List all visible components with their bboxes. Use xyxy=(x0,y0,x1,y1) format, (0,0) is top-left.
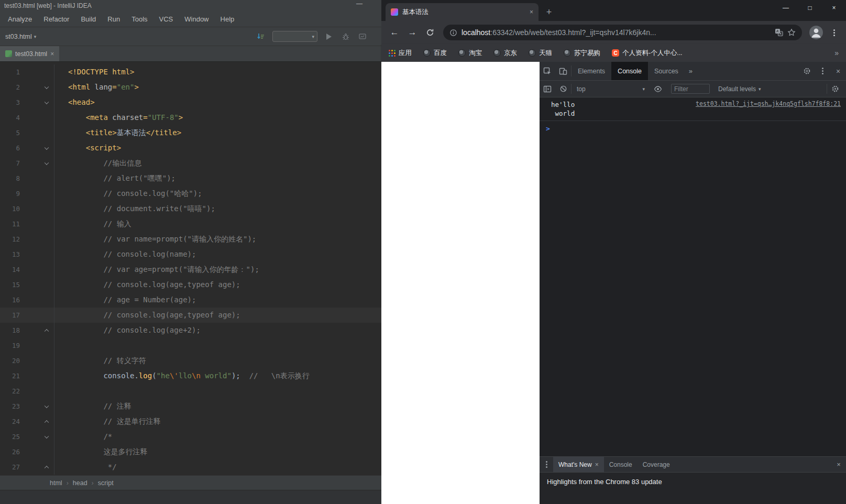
bookmark-个人资料-个人中心[interactable]: C个人资料-个人中心... xyxy=(612,49,683,58)
filter-input[interactable] xyxy=(671,84,710,94)
code-line[interactable]: 13 // console.log(name); xyxy=(0,247,381,262)
close-icon[interactable]: × xyxy=(822,0,846,16)
menu-build[interactable]: Build xyxy=(75,12,102,27)
code-line[interactable]: 20 // 转义字符 xyxy=(0,353,381,368)
inspect-element-icon[interactable] xyxy=(540,62,555,80)
close-icon[interactable]: × xyxy=(831,461,846,468)
console-source-link[interactable]: test03.html?_ijt=qsh…jk4nq5gflsh7f8f8:21 xyxy=(696,100,841,107)
close-icon[interactable]: × xyxy=(530,8,533,16)
run-button[interactable] xyxy=(323,30,335,43)
bookmark-应用[interactable]: 应用 xyxy=(389,49,412,58)
code-line[interactable]: 26 这是多行注释 xyxy=(0,444,381,459)
code-line[interactable]: 5 <title>基本语法</title> xyxy=(0,125,381,140)
code-line[interactable]: 3<head> xyxy=(0,95,381,110)
fold-open-icon[interactable] xyxy=(45,403,49,408)
bookmark-百度[interactable]: 百度 xyxy=(423,49,447,58)
code-line[interactable]: 17 // console.log(age,typeof age); xyxy=(0,308,381,323)
new-tab-button[interactable]: + xyxy=(542,5,556,19)
code-line[interactable]: 8 // alert("嘿嘿"); xyxy=(0,171,381,186)
reload-icon[interactable] xyxy=(422,25,438,40)
code-line[interactable]: 24 // 这是单行注释 xyxy=(0,414,381,429)
eye-icon[interactable] xyxy=(650,81,666,97)
editor-code[interactable]: 1<!DOCTYPE html>2<html lang="en">3<head>… xyxy=(0,62,381,475)
page-viewport[interactable] xyxy=(381,62,540,504)
address-bar[interactable]: localhost:63342/web/web/test03.html?_ijt… xyxy=(443,25,802,40)
close-icon[interactable]: × xyxy=(50,50,54,58)
code-line[interactable]: 6 <script> xyxy=(0,140,381,156)
menu-tools[interactable]: Tools xyxy=(126,12,153,27)
code-line[interactable]: 7 //输出信息 xyxy=(0,156,381,171)
menu-vcs[interactable]: VCS xyxy=(153,12,179,27)
device-toolbar-icon[interactable] xyxy=(555,62,571,80)
code-line[interactable]: 12 // var name=prompt("请输入你的姓名"); xyxy=(0,232,381,247)
fold-close-icon[interactable] xyxy=(45,328,49,333)
browser-tab[interactable]: 基本语法 × xyxy=(386,3,539,21)
drawer-tab-what-s-new[interactable]: What's New× xyxy=(553,457,604,472)
code-line[interactable]: 19 xyxy=(0,338,381,353)
more-tabs-icon[interactable]: » xyxy=(685,67,697,75)
minimize-icon[interactable]: — xyxy=(356,0,362,7)
drawer-menu-icon[interactable] xyxy=(540,464,553,465)
code-line[interactable]: 9 // console.log("哈哈"); xyxy=(0,186,381,201)
code-line[interactable]: 21 console.log("he\'llo\n world"); // \n… xyxy=(0,368,381,384)
console-prompt[interactable]: > xyxy=(540,121,846,133)
bookmark-天猫[interactable]: 天猫 xyxy=(529,49,552,58)
code-line[interactable]: 2<html lang="en"> xyxy=(0,80,381,95)
menu-analyze[interactable]: Analyze xyxy=(2,12,38,27)
profile-avatar[interactable] xyxy=(809,26,823,39)
back-icon[interactable]: ← xyxy=(387,25,402,40)
code-line[interactable]: 16 // age = Number(age); xyxy=(0,292,381,308)
context-select[interactable]: top ▾ xyxy=(572,85,650,93)
code-line[interactable]: 10 // document.write("嘻嘻"); xyxy=(0,201,381,216)
bookmarks-overflow-icon[interactable]: » xyxy=(834,49,839,57)
code-line[interactable]: 18 // console.log(age+2); xyxy=(0,323,381,338)
close-icon[interactable]: × xyxy=(830,62,846,80)
menu-help[interactable]: Help xyxy=(215,12,240,27)
code-line[interactable]: 27 */ xyxy=(0,459,381,475)
maximize-icon[interactable]: □ xyxy=(798,0,822,16)
debug-bug-icon[interactable] xyxy=(339,30,352,43)
bookmark-star-icon[interactable] xyxy=(787,28,796,37)
fold-close-icon[interactable] xyxy=(45,465,49,469)
devtools-tab-elements[interactable]: Elements xyxy=(572,62,611,80)
breadcrumb-head[interactable]: head xyxy=(73,479,87,487)
clear-console-icon[interactable] xyxy=(555,81,571,97)
editor-tab-test03[interactable]: test03.html × xyxy=(0,46,59,61)
forward-icon[interactable]: → xyxy=(404,25,420,40)
sort-columns-icon[interactable] xyxy=(255,30,267,43)
code-line[interactable]: 25 /* xyxy=(0,429,381,444)
info-icon[interactable] xyxy=(449,29,457,37)
code-line[interactable]: 23 // 注释 xyxy=(0,399,381,414)
breadcrumb-html[interactable]: html xyxy=(50,479,62,487)
minimize-icon[interactable]: — xyxy=(774,0,798,16)
fold-open-icon[interactable] xyxy=(45,434,49,438)
code-line[interactable]: 4 <meta charset="UTF-8"> xyxy=(0,110,381,125)
bookmark-京东[interactable]: 京东 xyxy=(493,49,517,58)
fold-close-icon[interactable] xyxy=(45,420,49,424)
devtools-tab-sources[interactable]: Sources xyxy=(648,62,685,80)
fold-open-icon[interactable] xyxy=(45,160,49,165)
bookmark-淘宝[interactable]: 淘宝 xyxy=(458,49,482,58)
menu-window[interactable]: Window xyxy=(179,12,214,27)
drawer-tab-coverage[interactable]: Coverage xyxy=(638,457,675,472)
file-breadcrumb[interactable]: st03.html ▾ xyxy=(2,33,39,40)
console-settings-gear-icon[interactable] xyxy=(827,81,843,97)
bookmark-苏宁易购[interactable]: 苏宁易购 xyxy=(564,49,600,58)
drawer-tab-console[interactable]: Console xyxy=(604,457,638,472)
fold-open-icon[interactable] xyxy=(45,100,49,104)
code-line[interactable]: 1<!DOCTYPE html> xyxy=(0,64,381,80)
devtools-menu-icon[interactable] xyxy=(815,62,830,80)
breadcrumb-script[interactable]: script xyxy=(98,479,114,487)
close-icon[interactable]: × xyxy=(595,461,599,468)
devtools-tab-console[interactable]: Console xyxy=(611,62,648,80)
code-line[interactable]: 22 xyxy=(0,384,381,399)
code-line[interactable]: 11 // 输入 xyxy=(0,216,381,232)
profiler-icon[interactable] xyxy=(356,30,369,43)
code-line[interactable]: 15 // console.log(age,typeof age); xyxy=(0,277,381,292)
menu-run[interactable]: Run xyxy=(102,12,126,27)
fold-open-icon[interactable] xyxy=(45,145,49,149)
fold-open-icon[interactable] xyxy=(45,84,49,89)
code-line[interactable]: 14 // var age=prompt("请输入你的年龄："); xyxy=(0,262,381,277)
menu-refactor[interactable]: Refactor xyxy=(38,12,75,27)
log-levels-select[interactable]: Default levels ▾ xyxy=(715,85,764,93)
